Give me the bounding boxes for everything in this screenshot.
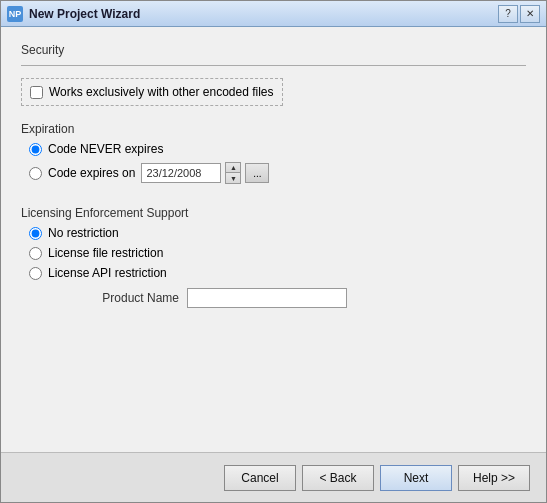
no-restriction-label: No restriction: [48, 226, 119, 240]
no-restriction-row: No restriction: [21, 226, 526, 240]
never-expires-radio[interactable]: [29, 143, 42, 156]
help-button[interactable]: Help >>: [458, 465, 530, 491]
encoded-files-checkbox-row: Works exclusively with other encoded fil…: [21, 78, 283, 106]
product-name-row: Product Name: [21, 288, 526, 308]
wizard-window: NP New Project Wizard ? ✕ Security Works…: [0, 0, 547, 503]
never-expires-row: Code NEVER expires: [21, 142, 526, 156]
content-spacer: [21, 324, 526, 436]
product-name-label: Product Name: [29, 291, 179, 305]
license-api-label: License API restriction: [48, 266, 167, 280]
expires-on-label: Code expires on: [48, 166, 135, 180]
date-field-row: ▲ ▼ ...: [141, 162, 269, 184]
date-spinner: ▲ ▼: [225, 162, 241, 184]
window-icon: NP: [7, 6, 23, 22]
license-file-row: License file restriction: [21, 246, 526, 260]
title-buttons: ? ✕: [498, 5, 540, 23]
cancel-button[interactable]: Cancel: [224, 465, 296, 491]
expires-on-radio[interactable]: [29, 167, 42, 180]
security-label: Security: [21, 43, 526, 57]
help-title-button[interactable]: ?: [498, 5, 518, 23]
wizard-footer: Cancel < Back Next Help >>: [1, 452, 546, 502]
no-restriction-radio[interactable]: [29, 227, 42, 240]
encoded-files-checkbox[interactable]: [30, 86, 43, 99]
wizard-content: Security Works exclusively with other en…: [1, 27, 546, 452]
expiration-label: Expiration: [21, 122, 526, 136]
license-file-label: License file restriction: [48, 246, 163, 260]
date-spin-down[interactable]: ▼: [226, 173, 240, 183]
license-api-row: License API restriction: [21, 266, 526, 280]
close-title-button[interactable]: ✕: [520, 5, 540, 23]
security-section: Security Works exclusively with other en…: [21, 43, 526, 122]
title-bar: NP New Project Wizard ? ✕: [1, 1, 546, 27]
date-browse-button[interactable]: ...: [245, 163, 269, 183]
licensing-label: Licensing Enforcement Support: [21, 206, 526, 220]
expiration-section: Expiration Code NEVER expires Code expir…: [21, 122, 526, 190]
product-name-input[interactable]: [187, 288, 347, 308]
security-divider: [21, 65, 526, 66]
licensing-section: Licensing Enforcement Support No restric…: [21, 206, 526, 308]
never-expires-label: Code NEVER expires: [48, 142, 163, 156]
window-title: New Project Wizard: [29, 7, 498, 21]
date-input[interactable]: [141, 163, 221, 183]
next-button[interactable]: Next: [380, 465, 452, 491]
license-file-radio[interactable]: [29, 247, 42, 260]
expires-on-row: Code expires on ▲ ▼ ...: [21, 162, 526, 184]
encoded-files-label: Works exclusively with other encoded fil…: [49, 85, 274, 99]
license-api-radio[interactable]: [29, 267, 42, 280]
back-button[interactable]: < Back: [302, 465, 374, 491]
date-spin-up[interactable]: ▲: [226, 163, 240, 173]
